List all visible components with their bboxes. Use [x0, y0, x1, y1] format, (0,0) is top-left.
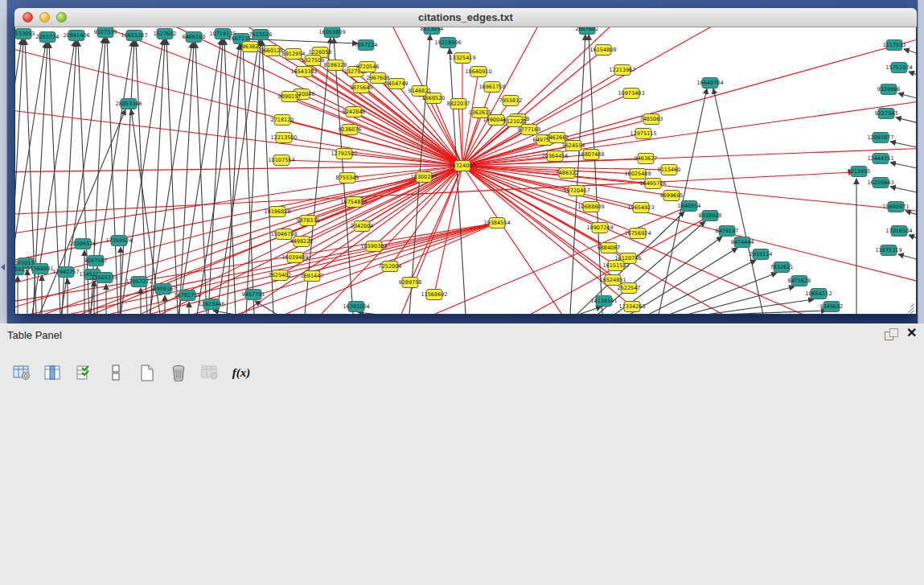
graph-node-label: 19218506: [434, 39, 461, 46]
graph-node-label: 17359924: [105, 237, 132, 244]
graph-node-label: 20206576: [69, 241, 96, 247]
graph-node-label: 9289758: [399, 279, 422, 286]
graph-node-label: 9329966: [877, 86, 901, 93]
black-edge[interactable]: [208, 39, 223, 314]
graph-node-label: 9884067: [598, 245, 621, 251]
black-edge[interactable]: [450, 48, 466, 314]
graph-node-label: 16961758: [478, 84, 505, 90]
select-rows-check-icon[interactable]: [74, 362, 95, 383]
black-edge[interactable]: [890, 163, 916, 171]
graph-node-label: 15046798: [270, 231, 297, 237]
black-edge[interactable]: [719, 311, 827, 314]
black-edge[interactable]: [896, 117, 916, 126]
table-settings-icon[interactable]: [11, 362, 32, 383]
graph-node-label: 18300295: [410, 174, 437, 180]
red-edge[interactable]: [462, 35, 916, 166]
graph-node-label: 8133053: [15, 31, 35, 37]
graph-node-label: 16495786: [639, 180, 666, 187]
graph-node-label: 16756924: [624, 230, 651, 237]
graph-node-label: 3624554: [562, 142, 585, 149]
graph-node-label: 9660128: [261, 47, 284, 54]
graph-node-label: 8215955: [848, 168, 871, 175]
black-edge[interactable]: [150, 39, 165, 314]
close-panel-icon[interactable]: ✕: [906, 327, 917, 340]
black-edge[interactable]: [904, 49, 916, 58]
black-edge[interactable]: [166, 39, 178, 314]
black-edge[interactable]: [630, 248, 737, 314]
black-edge[interactable]: [898, 93, 916, 102]
graph-node-label: 12444151: [867, 155, 893, 162]
black-edge[interactable]: [358, 312, 379, 314]
black-edge[interactable]: [906, 211, 916, 220]
graph-node-label: 19654923: [627, 204, 654, 211]
graph-node-label: 3875645: [350, 84, 373, 91]
black-edge[interactable]: [890, 187, 916, 196]
graph-node-label: 7615526: [249, 31, 273, 38]
desktop-background: citations_edges.txt 18724007183002951938…: [0, 0, 924, 323]
delete-table-icon-disabled: [199, 362, 220, 383]
graph-node-label: 10973493: [618, 90, 644, 97]
black-edge[interactable]: [713, 89, 763, 314]
graph-node-label: 1527602: [154, 31, 177, 37]
window-titlebar[interactable]: citations_edges.txt: [14, 8, 917, 27]
graph-node-label: 8755345: [336, 175, 359, 181]
float-panel-button[interactable]: [885, 328, 898, 340]
function-builder-icon[interactable]: f(x): [231, 362, 252, 383]
new-table-icon[interactable]: [137, 362, 158, 383]
graph-node-label: 7486322: [556, 170, 579, 176]
graph-node-label: 1121022: [503, 118, 527, 125]
black-edge[interactable]: [197, 44, 240, 314]
graph-node-label: 18640910: [465, 68, 491, 75]
app-edge-strip-left: [0, 0, 7, 323]
black-edge[interactable]: [909, 72, 916, 80]
delete-row-trash-icon[interactable]: [168, 362, 189, 383]
graph-node-label: 7462662: [546, 134, 569, 141]
graph-node-label: 2718120: [271, 117, 294, 123]
graph-node-label: 10025488: [624, 171, 651, 177]
merge-rows-icon[interactable]: [105, 362, 126, 383]
graph-node-label: 15720407: [563, 187, 589, 194]
graph-node-label: 13505135: [91, 274, 117, 281]
graph-node-label: 1327509: [302, 57, 325, 64]
resize-grip-icon[interactable]: [902, 300, 914, 312]
graph-node-label: 16782759: [174, 292, 200, 299]
graph-node-label: 12213967: [609, 67, 635, 73]
graph-node-label: 20364456: [541, 153, 568, 159]
graph-node-label: 9097587: [84, 257, 108, 264]
graph-node-label: 12213500: [270, 134, 297, 141]
graph-node-label: 7955812: [499, 97, 523, 104]
collapse-panel-arrow-icon[interactable]: [1, 264, 5, 270]
black-edge[interactable]: [909, 235, 916, 244]
black-edge[interactable]: [179, 39, 221, 314]
graph-node-label: 16543382: [290, 68, 317, 75]
graph-node-label: 12792502: [331, 150, 357, 157]
graph-node-label: 8822037: [447, 101, 470, 107]
graph-node-label: 7963822: [239, 43, 262, 50]
graph-node-label: 18907249: [586, 225, 613, 231]
app-edge-strip-right: [918, 0, 924, 323]
red-edge[interactable]: [361, 88, 462, 166]
graph-node-label: 2055724: [36, 34, 60, 40]
black-edge[interactable]: [898, 254, 916, 263]
red-edge[interactable]: [302, 166, 462, 241]
red-edge[interactable]: [80, 166, 462, 314]
graph-node-label: 12975115: [630, 130, 656, 137]
graph-node-label: 9720546: [356, 64, 380, 70]
graph-node-label: 1640954: [678, 203, 701, 209]
graph-node-label: 9227343: [875, 110, 898, 117]
graph-node-label: 10655287: [121, 32, 147, 39]
network-view-canvas[interactable]: 1872400718300295193845548133053205572420…: [15, 27, 916, 314]
graph-node-label: 19196828: [264, 208, 290, 215]
graph-node-label: 20891406: [63, 32, 89, 39]
red-edge[interactable]: [462, 148, 916, 166]
graph-node-label: 19384554: [483, 220, 510, 226]
select-columns-icon[interactable]: [43, 362, 64, 383]
graph-node-label: 9245652: [820, 303, 844, 310]
black-edge[interactable]: [195, 43, 207, 314]
red-edge[interactable]: [458, 104, 462, 166]
graph-node-label: 16391004: [343, 303, 369, 310]
graph-node-label: 18724007: [449, 163, 475, 169]
graph-node-label: 12942757: [52, 269, 79, 275]
graph-node-label: 16524851: [599, 277, 626, 283]
graph-node-label: 9699695: [660, 192, 684, 199]
